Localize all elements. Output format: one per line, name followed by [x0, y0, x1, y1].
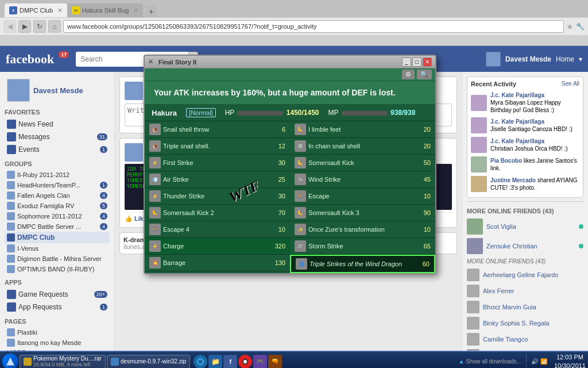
sidebar-item-news-feed[interactable]: News Feed	[5, 118, 110, 131]
skill-name: Once Zure's transformation	[308, 226, 415, 233]
skill-name: Thunder Strike	[163, 193, 269, 200]
friend-name[interactable]: Aerheelaeg Geline Fajardo	[483, 271, 558, 278]
game-title-icon: ⚔	[148, 58, 156, 66]
bookmark-icon[interactable]: ★	[566, 22, 574, 31]
fb-user-name[interactable]: Davest Mesde	[505, 55, 551, 63]
app-icon	[7, 302, 16, 312]
start-orb[interactable]	[2, 354, 18, 369]
close-button[interactable]: ✕	[423, 57, 432, 67]
taskbar-item-label: Pokemon Mystery Du....rar 15.8/34.0 MB, …	[33, 355, 102, 367]
skill-mp: 90	[417, 209, 431, 216]
refresh-button[interactable]: ↻	[33, 20, 46, 33]
fa-badge: 4	[100, 192, 107, 199]
skill-storm[interactable]: ⛈ Storm Strike 65	[290, 238, 435, 255]
sidebar-item-app-requests[interactable]: App Requests 1	[5, 301, 110, 313]
skill-air-strike[interactable]: 💨 Air Strike 25	[145, 171, 290, 188]
forward-button[interactable]: ▶	[18, 20, 31, 33]
tab-close-2[interactable]: ✕	[133, 7, 138, 14]
skill-thunder-strike[interactable]: ⚡ Thunder Strike 30	[145, 188, 290, 205]
app-badge: 1	[100, 304, 107, 310]
sidebar-item-ivenus[interactable]: I-Venus	[5, 243, 110, 254]
tab-dmpc-club[interactable]: f DMPC Club ✕	[5, 3, 67, 17]
tab-label-1: DMPC Club	[20, 7, 53, 14]
sidebar-item-digimon[interactable]: Digimon Battle - Mihira Server	[5, 254, 110, 264]
friend-name[interactable]: Alex Ferrer	[483, 288, 514, 294]
skill-somersault3[interactable]: 🦶 Somersault Kick 3 90	[290, 205, 435, 221]
skill-chain-snail[interactable]: ⛓ In chain snail shell 20	[290, 138, 435, 155]
sidebar-item-headhunters[interactable]: HeadHunters/TeamP... 1	[5, 180, 110, 190]
taskbar: Pokemon Mystery Du....rar 15.8/34.0 MB, …	[0, 351, 588, 368]
skills-right: 🦶 I limble feet 20 ⛓ In chain snail shel…	[290, 121, 435, 273]
skill-triple-wind[interactable]: 🌀 Triple Strikes of the Wind Dragon 60	[290, 255, 435, 273]
taskbar-game-icon[interactable]: 🎮	[253, 355, 267, 369]
friend-avatar	[471, 176, 487, 192]
back-button[interactable]: ◀	[3, 20, 16, 33]
skill-escape4[interactable]: 🏃 Escape 4 10	[145, 221, 290, 238]
game-search-button[interactable]: 🔍	[417, 70, 432, 79]
address-bar[interactable]	[63, 20, 564, 33]
friend-name[interactable]: Camille Tiangco	[483, 336, 528, 343]
sidebar-item-plastiki[interactable]: Plastiki	[5, 327, 110, 338]
skill-icon: 💨	[149, 174, 161, 185]
fb-nav-arrow[interactable]: ▾	[579, 55, 582, 63]
sidebar-item-ruby[interactable]: II-Ruby 2011-2012	[5, 170, 110, 180]
taskbar-item-desmume[interactable]: desmume-0.9.7-win32.zip	[107, 355, 191, 369]
taskbar-pokemon-icon[interactable]	[238, 355, 252, 369]
sidebar-item-itanong[interactable]: Itanong mo kay Mesde	[5, 338, 110, 348]
home-button[interactable]: ⌂	[48, 20, 61, 33]
friend-name[interactable]: Scot Viglia	[486, 223, 516, 230]
friend-avatar	[471, 156, 487, 172]
friend-name[interactable]: Bhoxz Marvin Guia	[483, 304, 536, 310]
skill-barrage[interactable]: 💥 Barrage 130	[145, 255, 290, 271]
friend-name[interactable]: Zensuke Christian	[486, 243, 537, 250]
profile-area[interactable]: Davest Mesde	[5, 76, 110, 104]
taskbar-chrome-icon[interactable]	[194, 355, 207, 369]
activity-item: J.c. Kate PajarillagaChristian Joshua Or…	[471, 135, 579, 155]
sidebar-item-events[interactable]: Events 1	[5, 143, 110, 156]
skill-limble-feet[interactable]: 🦶 I limble feet 20	[290, 121, 435, 138]
sidebar-item-dmpc-battle[interactable]: DMPC Battle Server ... 4	[5, 221, 110, 232]
skill-snail-throw[interactable]: 🐌 Snail shell throw 6	[145, 121, 290, 138]
skill-mp: 10	[417, 193, 431, 200]
skill-first-strike[interactable]: ⚡ First Strike 30	[145, 155, 290, 171]
maximize-button[interactable]: □	[412, 57, 421, 67]
skill-name: In chain snail shell	[308, 143, 415, 150]
skill-somersault[interactable]: 🦶 Somersault Kick 50	[290, 155, 435, 171]
sidebar-item-fallen[interactable]: Fallen Angels Clan 4	[5, 190, 110, 201]
game-settings-button[interactable]: ⚙	[402, 70, 415, 79]
taskbar-item-pokemon[interactable]: Pokemon Mystery Du....rar 15.8/34.0 MB, …	[20, 355, 106, 369]
taskbar-folder-icon[interactable]: 📁	[208, 355, 222, 369]
sidebar-item-sophomore[interactable]: Sophomore 2011-2012 4	[5, 211, 110, 221]
skill-charge[interactable]: ⚡ Charge 320	[145, 238, 290, 255]
favorites-title: FAVORITES	[5, 109, 110, 116]
tab-close-1[interactable]: ✕	[57, 7, 63, 14]
new-tab-button[interactable]: +	[145, 6, 157, 17]
skill-icon: 🌀	[296, 258, 307, 270]
sidebar-item-optimus[interactable]: OPTIMUS BAND (II-RUBY)	[5, 264, 110, 274]
sidebar-item-game-requests[interactable]: Game Requests 20+	[5, 288, 110, 301]
skill-triple-snail[interactable]: 🐌 Triple snail shell. 12	[145, 138, 290, 155]
friend-name[interactable]: Binky Sophia S. Regala	[483, 320, 550, 327]
skill-wind-strike[interactable]: 🌬 Wind Strike 45	[290, 171, 435, 188]
skill-mp: 10	[272, 226, 285, 233]
window-controls: _ □ ✕	[402, 57, 432, 67]
skill-zure[interactable]: ✨ Once Zure's transformation 10	[290, 221, 435, 238]
skill-escape[interactable]: 🏃 Escape 10	[290, 188, 435, 205]
post-avatar	[125, 82, 143, 100]
taskbar-gun-icon[interactable]: 🔫	[268, 355, 282, 369]
sidebar-item-messages[interactable]: Messages 31	[5, 131, 110, 143]
skill-somersault2[interactable]: 🦶 Somersault Kick 2 70	[145, 205, 290, 221]
wrench-icon[interactable]: 🔧	[576, 22, 585, 30]
sidebar-item-dmpc-club[interactable]: DMPC Club	[5, 232, 110, 243]
list-item: Alex Ferrer	[467, 283, 583, 299]
tab-hakura[interactable]: H Hakura Skill Bug ✕	[67, 3, 143, 17]
show-downloads[interactable]: ▲ Show all downloads...	[459, 358, 521, 365]
see-all-button[interactable]: See All	[562, 80, 579, 87]
skill-icon: 🦶	[295, 124, 306, 135]
taskbar-fb-icon[interactable]: f	[223, 355, 237, 369]
fb-home-button[interactable]: Home	[556, 55, 574, 63]
sidebar-item-exoduz[interactable]: Exoduz Famiglia RV 5	[5, 201, 110, 211]
sidebar-more[interactable]: MORE•	[5, 348, 110, 351]
minimize-button[interactable]: _	[402, 57, 411, 67]
profile-name[interactable]: Davest Mesde	[33, 86, 83, 95]
